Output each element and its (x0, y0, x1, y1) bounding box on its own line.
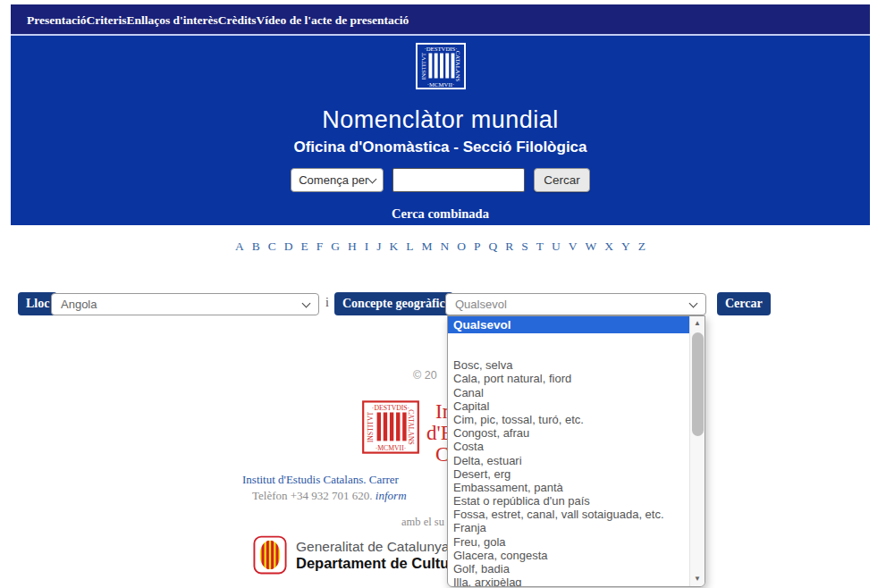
copyright-text: © 20 (413, 369, 437, 382)
gencat-logo-block: Generalitat de Catalunya Departament de … (253, 535, 463, 575)
alphabet-letter[interactable]: M (422, 239, 433, 254)
alphabet-letter[interactable]: H (348, 239, 357, 254)
svg-text:INSTITVT: INSTITVT (419, 52, 426, 80)
connector-text: i (325, 296, 329, 310)
dropdown-option[interactable]: Bosc, selva (448, 358, 689, 372)
svg-text:·DESTVDIS·: ·DESTVDIS· (424, 46, 457, 52)
dropdown-option[interactable]: Franja (448, 521, 689, 534)
nav-item[interactable]: Presentació (27, 13, 86, 27)
concept-select[interactable]: Qualsevol (445, 293, 706, 315)
dropdown-option[interactable]: Congost, afrau (448, 426, 689, 440)
footer-phone: Telèfon +34 932 701 620. inform (252, 489, 407, 503)
place-select[interactable]: Angola (51, 293, 319, 315)
footer-address: Institut d'Estudis Catalans. Carrer (242, 473, 399, 487)
alphabet-letter[interactable]: J (376, 239, 381, 254)
alphabet-letter[interactable]: E (300, 239, 308, 254)
iec-logo-red: ·DESTVDIS· ·MCMVII· INSTITVT CATALANS (361, 397, 420, 461)
alphabet-letter[interactable]: Y (621, 239, 630, 254)
dropdown-option[interactable]: Fossa, estret, canal, vall sotaiguada, e… (448, 508, 689, 521)
gencat-line1: Generalitat de Catalunya (296, 538, 463, 555)
search-mode-select[interactable]: Comença per (291, 168, 384, 192)
iec-logo-white: ·DESTVDIS· ·MCMVII· INSTITVT CATALANS (11, 41, 870, 95)
svg-text:·MCMVII·: ·MCMVII· (375, 444, 407, 452)
alphabet-letter[interactable]: N (441, 239, 450, 254)
iec-seal-icon: ·DESTVDIS· ·MCMVII· INSTITVT CATALANS (361, 397, 420, 458)
dropdown-option[interactable]: Estat o república d'un país (448, 494, 689, 508)
nav-item[interactable]: Crèdits (218, 13, 257, 27)
concept-geografic-button[interactable]: Concepte geogràfic (334, 292, 453, 315)
top-navbar: PresentacióCriterisEnllaços d'interèsCrè… (11, 4, 870, 34)
dropdown-option[interactable]: Delta, estuari (448, 454, 689, 467)
alphabet-letter[interactable]: X (604, 239, 613, 254)
alphabet-letter[interactable]: F (316, 239, 324, 254)
dropdown-option[interactable]: Costa (448, 440, 689, 453)
alphabet-letter[interactable]: L (406, 239, 413, 254)
dropdown-option[interactable]: Glacera, congesta (448, 549, 689, 562)
svg-text:·DESTVDIS·: ·DESTVDIS· (372, 404, 409, 412)
nav-item[interactable]: Criteris (86, 13, 126, 27)
alphabet-letter[interactable]: O (457, 239, 466, 254)
scroll-up-icon[interactable]: ▲ (690, 316, 705, 329)
dropdown-scrollbar[interactable]: ▲ ▼ (689, 316, 705, 586)
alphabet-letter[interactable]: W (586, 239, 597, 254)
svg-text:CATALANS: CATALANS (455, 51, 461, 82)
gencat-line2: Departament de Cultura (296, 555, 463, 572)
hero-banner: ·DESTVDIS· ·MCMVII· INSTITVT CATALANS No… (11, 36, 870, 225)
alphabet-letter[interactable]: A (235, 239, 244, 254)
dropdown-option[interactable]: Freu, gola (448, 535, 689, 549)
chevron-down-icon (368, 174, 377, 183)
page-title: Nomenclàtor mundial (11, 106, 870, 134)
alphabet-letter[interactable]: C (268, 239, 276, 254)
nav-item[interactable]: Enllaços d'interès (126, 13, 217, 27)
search-input[interactable] (392, 168, 525, 192)
svg-text:CATALANS: CATALANS (407, 409, 415, 445)
dropdown-option[interactable]: Illa, arxipèlag (448, 575, 689, 586)
chevron-down-icon (302, 298, 311, 307)
alphabet-letter[interactable]: I (365, 239, 369, 254)
page-subtitle: Oficina d'Onomàstica - Secció Filològica (11, 139, 870, 156)
alphabet-letter[interactable]: Q (489, 239, 498, 254)
alphabet-letter[interactable]: U (552, 239, 561, 254)
chevron-down-icon (689, 298, 698, 307)
svg-text:INSTITVT: INSTITVT (367, 411, 375, 442)
alphabet-index: ABCDEFGHIJKLMNOPQRSTUVWXYZ (11, 239, 870, 254)
dropdown-option[interactable]: Golf, badia (448, 562, 689, 575)
dropdown-option[interactable]: Canal (448, 386, 689, 399)
filter-search-button[interactable]: Cercar (717, 292, 771, 315)
alphabet-letter[interactable]: G (331, 239, 340, 254)
dropdown-option[interactable]: Desert, erg (448, 467, 689, 481)
alphabet-letter[interactable]: R (505, 239, 513, 254)
dropdown-option[interactable] (448, 345, 689, 358)
alphabet-letter[interactable]: Z (638, 239, 646, 254)
alphabet-letter[interactable]: V (569, 239, 578, 254)
scrollbar-thumb[interactable] (692, 332, 704, 436)
dropdown-option[interactable]: Capital (448, 399, 689, 413)
footer-email-link[interactable]: inform (375, 489, 407, 502)
dropdown-option[interactable]: Qualsevol (448, 316, 689, 333)
svg-text:·MCMVII·: ·MCMVII· (426, 81, 453, 88)
alphabet-letter[interactable]: S (521, 239, 528, 254)
header-search-form: Comença per Cercar (11, 168, 870, 192)
gencat-senyera-icon (253, 535, 287, 575)
header-search-button[interactable]: Cercar (534, 168, 590, 192)
nav-item[interactable]: Vídeo de l'acte de presentació (257, 13, 409, 27)
dropdown-option[interactable]: Embassament, pantà (448, 481, 689, 494)
dropdown-option[interactable]: Cim, pic, tossal, turó, etc. (448, 413, 689, 426)
scroll-down-icon[interactable]: ▼ (690, 572, 705, 584)
iec-seal-icon: ·DESTVDIS· ·MCMVII· INSTITVT CATALANS (415, 41, 467, 91)
footer-support-text: amb el su (401, 516, 444, 529)
dropdown-option[interactable]: Cala, port natural, fiord (448, 372, 689, 385)
combined-search-link[interactable]: Cerca combinada (392, 206, 489, 222)
concept-dropdown-list: QualsevolBosc, selvaCala, port natural, … (447, 315, 705, 587)
alphabet-letter[interactable]: P (474, 239, 481, 254)
alphabet-letter[interactable]: T (536, 239, 544, 254)
alphabet-letter[interactable]: D (284, 239, 293, 254)
alphabet-letter[interactable]: K (390, 239, 399, 254)
alphabet-letter[interactable]: B (252, 239, 260, 254)
